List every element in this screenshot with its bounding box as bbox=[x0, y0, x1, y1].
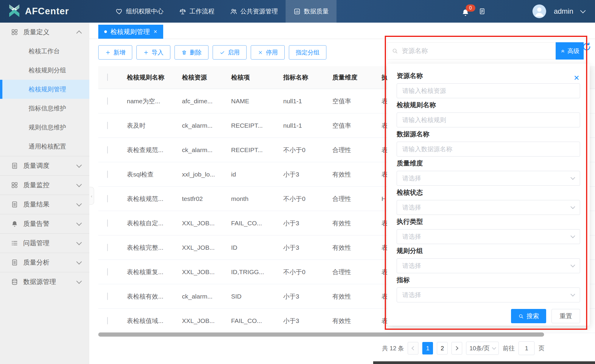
afcenter-logo-icon bbox=[8, 3, 21, 20]
field-select-6[interactable]: 请选择 bbox=[397, 229, 580, 244]
nav-item-1[interactable]: 组织权限中心 bbox=[108, 0, 171, 23]
field-label: 资源名称 bbox=[397, 71, 580, 80]
cell-name: 表检核有效... bbox=[127, 292, 182, 301]
field-label: 检核状态 bbox=[397, 188, 580, 197]
toolbar-button-1[interactable]: 新增 bbox=[98, 45, 132, 60]
cell-resource: xxl_job_lo... bbox=[182, 171, 231, 178]
toolbar-button-label: 新增 bbox=[113, 49, 125, 57]
sidebar-group-label: 数据源管理 bbox=[23, 277, 77, 286]
field-label: 规则分组 bbox=[397, 246, 580, 255]
prev-page-button[interactable] bbox=[408, 342, 418, 354]
advanced-search-button[interactable]: 高级 bbox=[556, 42, 584, 60]
field-input-3[interactable] bbox=[397, 142, 580, 157]
cell-name: 表及时 bbox=[127, 121, 182, 130]
sidebar-collapse-handle[interactable]: ‹ bbox=[89, 187, 94, 205]
resource-search-input[interactable] bbox=[401, 47, 551, 55]
avatar[interactable] bbox=[532, 4, 546, 18]
sidebar-group-8[interactable]: 数据源管理 bbox=[0, 272, 89, 291]
heart-icon bbox=[116, 8, 123, 15]
jump-page-input[interactable] bbox=[518, 341, 535, 355]
field-select-4[interactable]: 请选择 bbox=[397, 171, 580, 186]
advanced-search-fields: 资源名称检核规则名称数据源名称质量维度请选择检核状态请选择执行类型请选择规则分组… bbox=[397, 71, 580, 305]
sidebar-item-通用检核配置[interactable]: 通用检核配置 bbox=[0, 137, 89, 156]
tab-check-rule-management[interactable]: 检核规则管理 ✕ bbox=[98, 25, 163, 39]
toolbar-button-3[interactable]: 删除 bbox=[175, 45, 208, 60]
field-input-2[interactable] bbox=[397, 113, 580, 127]
sidebar-item-规则信息维护[interactable]: 规则信息维护 bbox=[0, 118, 89, 137]
notification-bell-icon[interactable]: 0 bbox=[461, 6, 471, 16]
field-select-7[interactable]: 请选择 bbox=[397, 258, 580, 273]
sidebar-group-2[interactable]: 质量调度 bbox=[0, 156, 89, 175]
select-all-checkbox[interactable] bbox=[107, 74, 108, 81]
x-icon bbox=[258, 50, 263, 55]
sidebar-group-6[interactable]: 问题管理 bbox=[0, 233, 89, 253]
field-select-8[interactable]: 请选择 bbox=[397, 288, 580, 302]
field-select-5[interactable]: 请选择 bbox=[397, 200, 580, 215]
sidebar-item-检核规则管理[interactable]: 检核规则管理 bbox=[0, 80, 89, 99]
double-chevron-up-icon bbox=[560, 48, 566, 54]
cell-dimension: 有效性 bbox=[332, 243, 381, 252]
row-checkbox[interactable] bbox=[107, 122, 108, 129]
chevron-down-icon bbox=[492, 345, 496, 349]
sidebar-group-3[interactable]: 质量监控 bbox=[0, 175, 89, 195]
sidebar-item-检核工作台[interactable]: 检核工作台 bbox=[0, 42, 89, 61]
reset-button[interactable]: 重置 bbox=[552, 309, 580, 323]
page-button-1[interactable]: 1 bbox=[422, 342, 433, 354]
bottom-edge-strip bbox=[373, 361, 595, 364]
row-checkbox[interactable] bbox=[107, 219, 108, 227]
row-checkbox[interactable] bbox=[107, 146, 108, 154]
toolbar-button-6[interactable]: 指定分组 bbox=[289, 45, 326, 60]
row-checkbox[interactable] bbox=[107, 317, 108, 324]
sidebar-group-1[interactable]: 质量定义 bbox=[0, 23, 89, 42]
chevron-down-icon bbox=[571, 204, 575, 209]
page-size-select[interactable]: 10条/页 bbox=[466, 342, 499, 355]
nav-item-4[interactable]: 数据质量 bbox=[286, 0, 337, 23]
nav-item-label: 工作流程 bbox=[189, 7, 214, 15]
nav-item-3[interactable]: 公共资源管理 bbox=[222, 0, 286, 23]
row-checkbox[interactable] bbox=[107, 244, 108, 251]
nav-item-label: 组织权限中心 bbox=[126, 7, 163, 15]
sidebar-item-指标信息维护[interactable]: 指标信息维护 bbox=[0, 99, 89, 118]
tab-close-icon[interactable]: ✕ bbox=[153, 29, 157, 35]
next-page-button[interactable] bbox=[451, 342, 462, 354]
form-field-2: 检核规则名称 bbox=[397, 101, 580, 130]
cell-item: FAIL_CO... bbox=[231, 317, 283, 324]
row-checkbox[interactable] bbox=[107, 171, 108, 178]
sidebar-group-5[interactable]: 质量告警 bbox=[0, 214, 89, 233]
user-name[interactable]: admin bbox=[554, 7, 573, 15]
horizontal-scrollbar[interactable] bbox=[98, 332, 544, 337]
sidebar-group-7[interactable]: 质量分析 bbox=[0, 253, 89, 272]
sidebar-item-检核规则分组[interactable]: 检核规则分组 bbox=[0, 61, 89, 80]
page-button-2[interactable]: 2 bbox=[437, 342, 448, 354]
sidebar: 质量定义检核工作台检核规则分组检核规则管理指标信息维护规则信息维护通用检核配置质… bbox=[0, 23, 89, 364]
close-icon[interactable]: ✕ bbox=[574, 74, 580, 82]
select-placeholder: 请选择 bbox=[402, 174, 421, 182]
cell-name: name为空... bbox=[127, 97, 182, 105]
select-placeholder: 请选择 bbox=[402, 232, 421, 241]
cell-item: NAME bbox=[231, 98, 283, 105]
sidebar-group-4[interactable]: 质量结果 bbox=[0, 195, 89, 214]
search-button[interactable]: 搜索 bbox=[511, 309, 546, 323]
sidebar-group-label: 问题管理 bbox=[23, 239, 77, 248]
brand[interactable]: AFCenter bbox=[0, 0, 91, 23]
toolbar-button-2[interactable]: 导入 bbox=[136, 45, 170, 60]
main-nav: 组织权限中心工作流程公共资源管理数据质量 bbox=[108, 0, 337, 23]
nav-item-2[interactable]: 工作流程 bbox=[171, 0, 222, 23]
chevron-down-icon bbox=[76, 162, 82, 168]
cell-item: SID bbox=[231, 293, 283, 300]
sidebar-item-label: 通用检核配置 bbox=[29, 142, 81, 151]
field-input-1[interactable] bbox=[397, 83, 580, 98]
memo-icon[interactable] bbox=[478, 7, 486, 15]
row-checkbox[interactable] bbox=[107, 293, 108, 300]
row-checkbox[interactable] bbox=[107, 268, 108, 276]
quick-search-box[interactable] bbox=[387, 42, 556, 60]
toolbar-button-4[interactable]: 启用 bbox=[213, 45, 247, 60]
row-checkbox[interactable] bbox=[107, 195, 108, 202]
plus-icon bbox=[143, 50, 149, 55]
toolbar-button-5[interactable]: 停用 bbox=[251, 45, 285, 60]
search-button-label: 搜索 bbox=[527, 312, 539, 320]
chevron-down-icon[interactable] bbox=[580, 8, 585, 13]
cell-item: RECEIPT... bbox=[231, 146, 283, 154]
row-checkbox[interactable] bbox=[107, 97, 108, 105]
column-header-item: 检核项 bbox=[231, 73, 283, 82]
